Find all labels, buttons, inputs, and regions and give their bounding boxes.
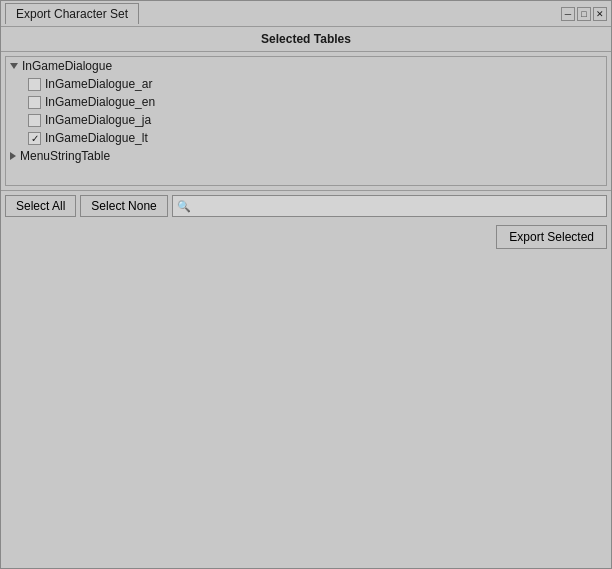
maximize-icon: □ [581, 9, 586, 19]
item-label-en: InGameDialogue_en [45, 95, 155, 109]
panel-title: Selected Tables [261, 32, 351, 46]
item-label-lt: InGameDialogue_lt [45, 131, 148, 145]
table-list[interactable]: InGameDialogue InGameDialogue_ar InGameD… [5, 56, 607, 186]
select-all-button[interactable]: Select All [5, 195, 76, 217]
group-label-ingamedialogue: InGameDialogue [22, 59, 112, 73]
tab-label: Export Character Set [16, 7, 128, 21]
panel-header: Selected Tables [1, 27, 611, 52]
title-bar-controls: ─ □ ✕ [561, 7, 607, 21]
ingamedialogue-children: InGameDialogue_ar InGameDialogue_en InGa… [6, 75, 606, 147]
close-button[interactable]: ✕ [593, 7, 607, 21]
list-item[interactable]: InGameDialogue_lt [24, 129, 606, 147]
search-input[interactable] [193, 199, 602, 213]
checkbox-lt[interactable] [28, 132, 41, 145]
checkbox-ar[interactable] [28, 78, 41, 91]
group-label-menustringtable: MenuStringTable [20, 149, 110, 163]
main-window: Export Character Set ─ □ ✕ Selected Tabl… [0, 0, 612, 569]
export-selected-button[interactable]: Export Selected [496, 225, 607, 249]
search-box[interactable]: 🔍 [172, 195, 607, 217]
close-icon: ✕ [596, 9, 604, 19]
item-label-ja: InGameDialogue_ja [45, 113, 151, 127]
list-item[interactable]: InGameDialogue_ja [24, 111, 606, 129]
bottom-bar: Select All Select None 🔍 [1, 190, 611, 221]
select-none-button[interactable]: Select None [80, 195, 167, 217]
minimize-icon: ─ [565, 9, 571, 19]
expand-arrow-icon [10, 63, 18, 69]
tree-group-menustringtable[interactable]: MenuStringTable [6, 147, 606, 165]
search-icon: 🔍 [177, 200, 191, 213]
empty-area [1, 253, 611, 568]
maximize-button[interactable]: □ [577, 7, 591, 21]
list-item[interactable]: InGameDialogue_en [24, 93, 606, 111]
item-label-ar: InGameDialogue_ar [45, 77, 152, 91]
checkbox-en[interactable] [28, 96, 41, 109]
list-item[interactable]: InGameDialogue_ar [24, 75, 606, 93]
minimize-button[interactable]: ─ [561, 7, 575, 21]
checkbox-ja[interactable] [28, 114, 41, 127]
window-tab[interactable]: Export Character Set [5, 3, 139, 24]
tree-group-ingamedialogue[interactable]: InGameDialogue [6, 57, 606, 75]
action-bar: Export Selected [1, 221, 611, 253]
title-bar: Export Character Set ─ □ ✕ [1, 1, 611, 27]
collapse-arrow-icon [10, 152, 16, 160]
